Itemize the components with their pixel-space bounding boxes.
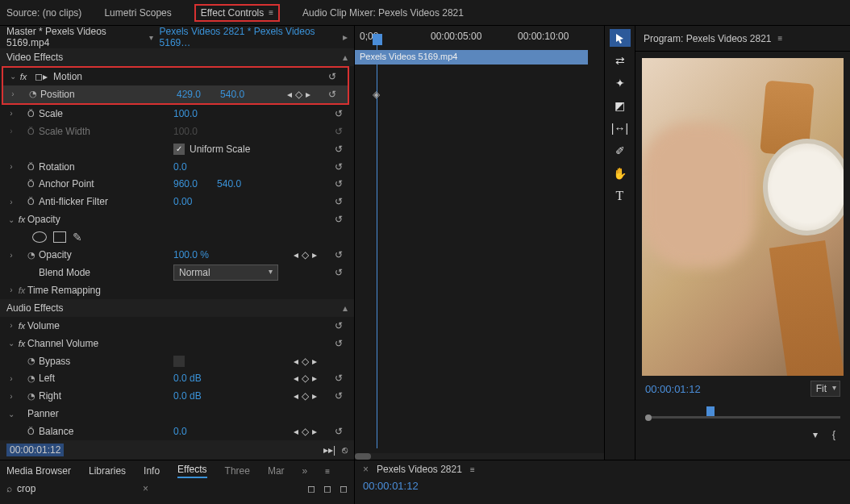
opacity-value[interactable]: 100.0 %	[173, 249, 209, 260]
next-keyframe-icon[interactable]: ▸	[312, 249, 317, 260]
in-out-bracket-icon[interactable]: {	[832, 429, 835, 440]
playhead-icon[interactable]	[373, 34, 382, 45]
yuv-badge-icon[interactable]: ◻	[340, 483, 348, 494]
eyedropper-icon[interactable]: ✐	[610, 142, 631, 160]
panel-menu-icon[interactable]: ≡	[778, 34, 783, 43]
program-time-display[interactable]: 00:00:01:12	[645, 383, 701, 395]
collapse-icon[interactable]: ▴	[343, 52, 348, 63]
twirl-icon[interactable]: ›	[6, 251, 16, 260]
fx-badge-icon[interactable]: fx	[18, 72, 29, 81]
32bit-badge-icon[interactable]: ◻	[323, 483, 331, 494]
video-effects-header[interactable]: Video Effects ▴	[0, 48, 354, 66]
tab-media-browser[interactable]: Media Browser	[6, 465, 71, 477]
reset-icon[interactable]: ↺	[335, 214, 346, 225]
ripple-edit-icon[interactable]: ⇄	[610, 52, 631, 69]
tab-effect-controls[interactable]: Effect Controls ≡	[194, 4, 280, 22]
marker-icon[interactable]: ▾	[813, 429, 818, 440]
scrub-handle-icon[interactable]	[645, 414, 652, 421]
effect-panner[interactable]: ⌄ fx Panner	[0, 405, 354, 423]
close-tab-icon[interactable]: ×	[363, 464, 369, 475]
motion-direct-icon[interactable]: ◻▸	[29, 71, 53, 82]
twirl-icon[interactable]: ›	[8, 90, 18, 98]
anti-flicker-value[interactable]: 0.00	[173, 196, 192, 207]
prev-keyframe-icon[interactable]: ◂	[294, 373, 298, 384]
panel-menu-icon[interactable]: ≡	[470, 465, 475, 474]
mini-timeline[interactable]: 0;00 00:00:05:00 00:00:10:00 Pexels Vide…	[355, 26, 605, 460]
panel-menu-icon[interactable]: ≡	[269, 8, 273, 17]
effect-channel-volume[interactable]: ⌄ fx Channel Volume ↺	[0, 335, 354, 352]
program-scrubber[interactable]	[642, 405, 844, 424]
type-tool-icon[interactable]: T	[610, 187, 631, 205]
property-bypass[interactable]: ◔ Bypass ◂ ◇ ▸	[0, 352, 354, 370]
reset-icon[interactable]: ↺	[328, 71, 340, 82]
stopwatch-icon[interactable]: ◔	[27, 356, 39, 366]
audio-effects-header[interactable]: Audio Effects ▴	[0, 299, 354, 317]
fx-badge-icon[interactable]: fx	[16, 321, 27, 331]
twirl-icon[interactable]: ›	[6, 198, 16, 206]
reset-icon[interactable]: ↺	[335, 144, 346, 155]
keyframe-marker-icon[interactable]: ◈	[373, 89, 382, 98]
bypass-checkbox[interactable]	[173, 356, 185, 367]
reset-icon[interactable]: ↺	[335, 178, 346, 190]
export-icon[interactable]: ⎋	[342, 444, 348, 456]
selection-tool-icon[interactable]	[610, 29, 631, 47]
tab-libraries[interactable]: Libraries	[89, 465, 126, 477]
fx-badge-icon[interactable]: fx	[16, 339, 27, 348]
reset-icon[interactable]: ↺	[335, 161, 346, 173]
effects-search-input[interactable]	[17, 483, 138, 494]
property-blend-mode[interactable]: Blend Mode Normal ↺	[0, 264, 354, 281]
prev-keyframe-icon[interactable]: ◂	[294, 426, 298, 437]
scrub-playhead-icon[interactable]	[706, 406, 715, 416]
stopwatch-icon[interactable]: ◔	[27, 391, 39, 402]
master-dropdown-icon[interactable]: ▾	[149, 33, 153, 42]
uniform-scale-row[interactable]: ✓ Uniform Scale ↺	[0, 140, 354, 158]
scale-value[interactable]: 100.0	[173, 108, 198, 119]
twirl-icon[interactable]: ›	[6, 374, 16, 383]
zoom-fit-select[interactable]: Fit	[810, 381, 840, 397]
time-ruler[interactable]: 0;00 00:00:05:00 00:00:10:00	[355, 26, 604, 48]
effect-volume[interactable]: › fx Volume ↺	[0, 317, 354, 335]
tab-lumetri-scopes[interactable]: Lumetri Scopes	[104, 7, 171, 19]
program-video-preview[interactable]	[642, 58, 844, 376]
accelerated-badge-icon[interactable]: ◻	[307, 483, 315, 494]
position-x-value[interactable]: 429.0	[177, 89, 201, 100]
left-value[interactable]: 0.0 dB	[173, 373, 202, 384]
tab-audio-clip-mixer[interactable]: Audio Clip Mixer: Pexels Videos 2821	[302, 7, 464, 19]
reset-icon[interactable]: ↺	[335, 426, 346, 437]
twirl-icon[interactable]: ⌄	[8, 72, 18, 81]
reset-icon[interactable]: ↺	[335, 196, 346, 207]
add-keyframe-icon[interactable]: ◇	[302, 373, 309, 384]
effect-opacity[interactable]: ⌄ fx Opacity ↺	[0, 210, 354, 228]
mask-ellipse-icon[interactable]	[32, 231, 47, 243]
stopwatch-icon[interactable]: Ŏ	[27, 179, 39, 189]
show-hide-timeline-icon[interactable]: ▸	[343, 31, 348, 43]
prev-keyframe-icon[interactable]: ◂	[294, 356, 298, 367]
property-left[interactable]: › ◔ Left 0.0 dB ◂ ◇ ▸ ↺	[0, 370, 354, 388]
current-time-display[interactable]: 00:00:01:12	[6, 444, 64, 456]
add-keyframe-icon[interactable]: ◇	[302, 426, 309, 437]
twirl-icon[interactable]: ⌄	[6, 215, 16, 224]
next-keyframe-icon[interactable]: ▸	[312, 373, 317, 384]
sequence-clip-link[interactable]: Pexels Videos 2821 * Pexels Videos 5169…	[160, 26, 336, 48]
scroll-thumb[interactable]	[355, 453, 371, 460]
overflow-tabs-icon[interactable]: »	[302, 465, 308, 477]
horizontal-scrollbar[interactable]	[355, 453, 604, 460]
reset-icon[interactable]: ↺	[335, 108, 346, 119]
reset-icon[interactable]: ↺	[335, 338, 346, 349]
property-opacity[interactable]: › ◔ Opacity 100.0 % ◂ ◇ ▸ ↺	[0, 246, 354, 264]
mask-rect-icon[interactable]	[53, 231, 66, 243]
reset-icon[interactable]: ↺	[335, 249, 346, 260]
fx-badge-icon[interactable]: fx	[16, 215, 27, 224]
clip-bar[interactable]: Pexels Videos 5169.mp4	[355, 50, 588, 65]
play-icon[interactable]: ▸▸|	[323, 444, 335, 456]
stopwatch-icon[interactable]: Ŏ	[27, 427, 39, 436]
uniform-scale-checkbox[interactable]: ✓	[173, 144, 185, 155]
twirl-icon[interactable]: ›	[6, 109, 16, 118]
collapse-icon[interactable]: ▴	[343, 302, 348, 314]
timeline-time-display[interactable]: 00:00:01:12	[363, 480, 842, 492]
reset-icon[interactable]: ↺	[335, 390, 346, 402]
tab-source[interactable]: Source: (no clips)	[6, 7, 81, 19]
mask-pen-icon[interactable]: ✎	[73, 231, 82, 244]
right-value[interactable]: 0.0 dB	[173, 390, 202, 402]
tab-info[interactable]: Info	[144, 465, 160, 477]
